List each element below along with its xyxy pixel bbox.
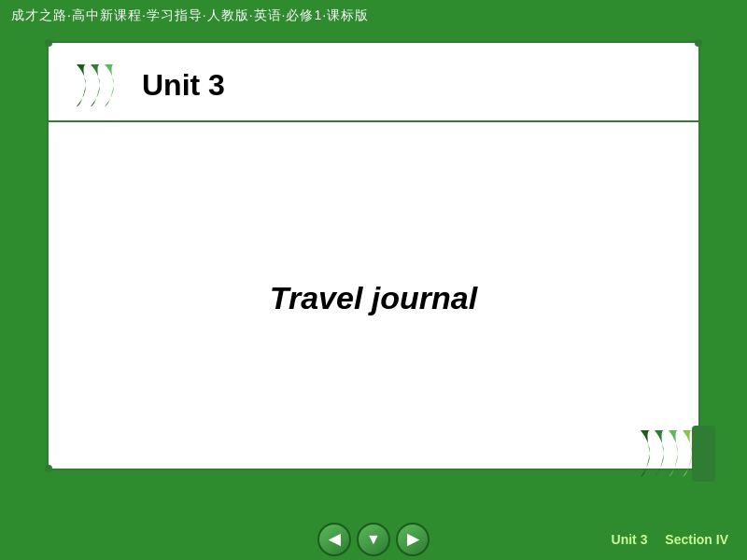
slide-content: Travel journal	[49, 122, 698, 473]
nav-next-icon: ▶	[407, 530, 418, 548]
nav-next-button[interactable]: ▶	[396, 523, 430, 556]
footer-nav: ◀ ▼ ▶	[317, 523, 430, 556]
right-chevron-decoration	[631, 426, 715, 485]
footer-info: Unit 3 Section IV	[598, 532, 728, 547]
nav-prev-button[interactable]: ◀	[317, 523, 351, 556]
nav-down-icon: ▼	[366, 531, 381, 548]
svg-rect-1	[692, 426, 715, 482]
nav-down-button[interactable]: ▼	[357, 523, 390, 556]
unit-title-bar: Unit 3	[49, 43, 698, 122]
left-chevron-decoration	[67, 60, 133, 111]
unit-title: Unit 3	[142, 68, 225, 103]
corner-dot-bl	[45, 465, 52, 472]
left-decoration	[0, 240, 2, 262]
header-bar: 成才之路·高中新课程·学习指导·人教版·英语·必修1·课标版	[0, 0, 747, 32]
footer-section-label: Section IV	[665, 532, 728, 547]
main-slide-title: Travel journal	[270, 280, 477, 316]
footer-bar: ◀ ▼ ▶ Unit 3 Section IV	[0, 518, 747, 560]
slide-container: Unit 3 Travel journal	[47, 41, 700, 470]
main-area: Unit 3 Travel journal	[0, 32, 747, 470]
footer-unit-label: Unit 3	[612, 532, 648, 547]
header-title: 成才之路·高中新课程·学习指导·人教版·英语·必修1·课标版	[11, 7, 369, 24]
nav-prev-icon: ◀	[329, 530, 340, 548]
